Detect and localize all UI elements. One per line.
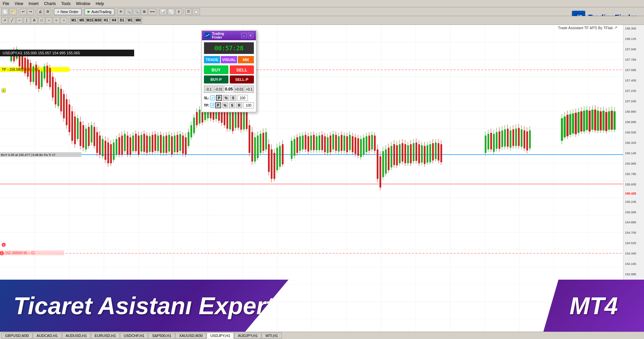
lot-value-display[interactable]: 0.05 — [224, 86, 234, 93]
svg-text:S: S — [1, 252, 3, 255]
tab-audcad-h1[interactable]: AUDCAD,H1 — [33, 333, 62, 339]
tf-m30[interactable]: M30 — [94, 17, 102, 23]
sl-p-button[interactable]: P — [216, 95, 222, 101]
bar-btn[interactable]: 📈 — [167, 8, 175, 15]
candle-btn[interactable]: 🕯 — [175, 8, 182, 15]
zoom-in-btn[interactable]: 🔍 — [125, 8, 132, 15]
tab-wti-h1[interactable]: WTI,H1 — [262, 333, 281, 339]
symbol-text: USDJPY,H1 155.000 155.057 154.995 155.06… — [3, 51, 80, 55]
svg-text:157.405: 157.405 — [625, 79, 636, 82]
tp-s-button[interactable]: S — [229, 102, 235, 108]
draw-arrow[interactable]: ↗ — [1, 17, 8, 24]
tp-r-button[interactable]: R — [236, 102, 242, 108]
tf-h4[interactable]: H4 — [110, 17, 118, 23]
sell-p-button[interactable]: SELL-P — [230, 75, 254, 83]
tab-visual[interactable]: VISUAL — [221, 56, 237, 63]
menu-file[interactable]: File — [0, 1, 12, 7]
tab-xauusd-m30[interactable]: XAUUSD,M30 — [175, 333, 206, 339]
menu-tools[interactable]: Tools — [59, 1, 73, 7]
tab-audjpy-h1[interactable]: AUDJPY,H1 — [234, 333, 261, 339]
svg-rect-154 — [157, 135, 159, 151]
banner-right-text: MT4 — [570, 292, 618, 320]
tab-mm[interactable]: MM — [238, 56, 254, 63]
tp-p-button[interactable]: P — [215, 102, 221, 108]
sl-checkbox[interactable]: ✓ — [210, 96, 215, 100]
draw-fib[interactable]: ≈ — [53, 17, 60, 24]
menu-insert[interactable]: Insert — [26, 1, 41, 7]
menu-charts[interactable]: Charts — [41, 1, 58, 7]
sl-s-button[interactable]: S — [230, 95, 236, 101]
props-btn[interactable]: ⚙ — [44, 8, 51, 15]
tf-m5[interactable]: M5 — [78, 17, 86, 23]
svg-text:TP --158.580|99:98-- Cl: TP --158.580|99:98-- Cl — [2, 68, 38, 71]
menu-view[interactable]: View — [12, 1, 26, 7]
tf-h1[interactable]: H1 — [102, 17, 110, 23]
widget-tabs: TRADE VISUAL MM — [204, 56, 254, 63]
zoom-out-btn[interactable]: 🔍 — [133, 8, 140, 15]
svg-text:157.585: 157.585 — [625, 68, 636, 72]
draw-line[interactable]: ╱ — [9, 17, 15, 24]
lot-plus-001-button[interactable]: +0.01 — [234, 86, 244, 93]
menu-help[interactable]: Help — [93, 1, 107, 7]
draw-rect[interactable]: □ — [38, 17, 45, 24]
tf-w1[interactable]: W1 — [126, 17, 134, 23]
tab-audusd-h1[interactable]: AUDUSD,H1 — [62, 333, 91, 339]
lot-plus-01-button[interactable]: +0.1 — [245, 86, 254, 93]
svg-rect-310 — [379, 156, 381, 187]
buy-button[interactable]: BUY — [204, 65, 228, 74]
sl-label: SL: — [204, 96, 209, 100]
tab-sp500-h1[interactable]: S&P500,H1 — [148, 333, 175, 339]
tp-value[interactable]: 100 — [243, 102, 254, 108]
tab-usdchf-h1[interactable]: USDCHF,H1 — [120, 333, 148, 339]
tf-d1[interactable]: D1 — [118, 17, 126, 23]
auto-trading-button[interactable]: ▶ AutoTrading — [85, 8, 115, 15]
toolbar-1: 📄 📂 ↩ ↪ 🖨 ⚙ + New Order ▶ AutoTrading ✛ … — [0, 7, 644, 16]
svg-text:BUY 0.05 at 155.477 | 0:48  Bc: BUY 0.05 at 155.477 | 0:48 Bc Pa Tr Cl — [1, 153, 55, 157]
tf-m1[interactable]: M1 — [70, 17, 77, 23]
draw-channel[interactable]: ⫲ — [60, 17, 67, 24]
new-chart-btn[interactable]: 📄 — [1, 8, 9, 15]
redo-btn[interactable]: ↪ — [27, 8, 34, 15]
svg-rect-96 — [77, 118, 78, 139]
svg-text:154.345: 154.345 — [625, 252, 636, 255]
new-order-button[interactable]: + New Order — [54, 8, 82, 15]
menu-window[interactable]: Window — [73, 1, 93, 7]
tab-trade[interactable]: TRADE — [204, 56, 220, 63]
draw-hline[interactable]: ─ — [16, 17, 23, 24]
period-btn[interactable]: ⏱ — [185, 8, 192, 15]
undo-btn[interactable]: ↩ — [20, 8, 26, 15]
tab-usdjpy-h1[interactable]: USDJPY,H1 — [207, 333, 234, 339]
tf-m15[interactable]: M15 — [86, 17, 94, 23]
widget-close-button[interactable]: × — [248, 33, 253, 38]
crosshair-btn[interactable]: ✛ — [117, 8, 124, 15]
svg-text:155.965: 155.965 — [625, 162, 636, 165]
banner-left-text: Ticaret Asistanı Expert — [13, 292, 274, 320]
lot-minus-001-button[interactable]: -0.01 — [214, 86, 223, 93]
print-btn[interactable]: 🖨 — [37, 8, 44, 15]
svg-text:156.505: 156.505 — [625, 131, 636, 134]
tab-eurusd-h1[interactable]: EURUSD,H1 — [91, 333, 120, 339]
sl-value[interactable]: 100 — [237, 95, 248, 101]
draw-text[interactable]: A — [31, 17, 38, 24]
sl-pct-button[interactable]: % — [223, 95, 229, 101]
lot-minus-01-button[interactable]: -0.1 — [204, 86, 213, 93]
open-btn[interactable]: 📂 — [9, 8, 17, 15]
tf-mn[interactable]: MN — [135, 17, 142, 23]
draw-vline[interactable]: │ — [23, 17, 30, 24]
tab-gbpusd-m30[interactable]: GBPUSD,M30 — [1, 333, 33, 339]
buy-p-button[interactable]: BUY-P — [204, 75, 228, 83]
sep4 — [83, 9, 83, 15]
line-btn[interactable]: 📊 — [159, 8, 167, 15]
tp-pct-button[interactable]: % — [222, 102, 228, 108]
tp-checkbox[interactable]: ✓ — [210, 103, 214, 108]
sep-tf1 — [68, 17, 69, 23]
zoom-fit-btn[interactable]: ⊞ — [141, 8, 148, 15]
svg-rect-182 — [196, 112, 198, 125]
widget-minimize-button[interactable]: – — [241, 33, 247, 38]
svg-rect-302 — [368, 135, 370, 151]
new-order-label: New Order — [60, 10, 78, 14]
draw-ellipse[interactable]: ○ — [46, 17, 52, 24]
tmpl-btn[interactable]: 📋 — [193, 8, 200, 15]
sell-button[interactable]: SELL — [230, 65, 254, 74]
scroll-btn[interactable]: ⟺ — [148, 8, 156, 15]
